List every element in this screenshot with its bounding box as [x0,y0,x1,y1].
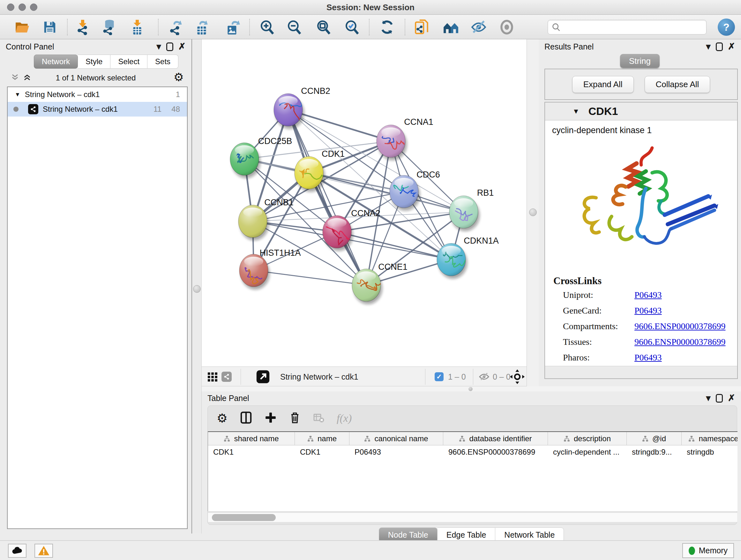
clone-network-icon[interactable] [413,18,431,36]
network-row-selected[interactable]: String Network – cdk1 11 48 [8,102,187,117]
panel-close-icon[interactable]: ✗ [728,42,735,51]
network-edge[interactable] [254,270,366,285]
tab-sets[interactable]: Sets [147,55,179,69]
zoom-selected-icon[interactable] [343,18,361,36]
splitter-handle[interactable] [529,208,537,216]
panel-float-icon[interactable] [716,394,723,402]
column-header-description[interactable]: description [548,432,627,445]
cloud-status-icon[interactable] [8,544,26,558]
refresh-layout-icon[interactable] [378,18,396,36]
open-in-window-icon[interactable] [256,367,270,387]
table-options-gear-icon[interactable]: ⚙ [217,411,227,425]
splitter-handle[interactable] [468,387,473,391]
cell--id[interactable]: stringdb:9... [627,445,682,459]
network-edge[interactable] [337,232,451,260]
gene-section-header[interactable]: ▼ CDK1 [545,103,737,120]
network-node-CCNE1[interactable] [352,269,382,304]
export-network-icon[interactable] [167,18,185,36]
column-header-shared-name[interactable]: shared name [208,432,295,445]
panel-float-icon[interactable] [716,43,723,51]
cell-namespace[interactable]: stringdb [682,445,738,459]
network-node-CDC6[interactable] [390,175,420,211]
cell-canonical-name[interactable]: P06493 [349,445,443,459]
panel-collapse-icon[interactable]: ▾ [706,394,711,402]
close-window-icon[interactable] [7,3,14,11]
grid-view-icon[interactable] [207,367,218,387]
cell-database-identifier[interactable]: 9606.ENSP00000378699 [443,445,548,459]
horizontal-splitter[interactable] [202,386,741,391]
network-node-HIST1H1A[interactable] [239,254,270,290]
network-node-CDC25B[interactable] [230,143,260,178]
zoom-in-icon[interactable] [258,18,276,36]
open-session-icon[interactable] [13,18,31,36]
zoom-out-icon[interactable] [285,18,303,36]
cell-shared-name[interactable]: CDK1 [208,445,295,459]
network-node-CDK1[interactable] [294,157,329,192]
panel-close-icon[interactable]: ✗ [179,42,186,51]
zoom-window-icon[interactable] [30,3,37,11]
memory-button[interactable]: Memory [682,543,734,558]
panel-float-icon[interactable] [166,43,173,51]
left-splitter[interactable] [192,39,202,534]
save-session-icon[interactable] [41,18,59,36]
zoom-fit-icon[interactable] [315,18,333,36]
tab-string[interactable]: String [620,54,660,68]
panel-collapse-icon[interactable]: ▾ [156,42,161,51]
minimize-window-icon[interactable] [18,3,26,11]
tab-network[interactable]: Network [34,55,78,69]
export-table-icon[interactable] [193,18,211,36]
crosslink-link-genecard-[interactable]: P06493 [634,306,662,316]
cell-description[interactable]: cyclin-dependent ... [548,445,627,459]
network-collection-row[interactable]: ▼ String Network – cdk1 1 [8,87,187,102]
gene-description: cyclin-dependent kinase 1 [552,125,737,135]
table-horizontal-scrollbar[interactable] [208,512,737,522]
move-crosshair-icon[interactable] [510,367,525,387]
network-node-CDKN1A[interactable] [437,243,467,279]
import-network-icon[interactable] [74,18,91,36]
search-input[interactable] [564,22,702,32]
column-header-namespace[interactable]: namespace [682,432,738,445]
export-image-icon[interactable] [224,18,242,36]
column-header-name[interactable]: name [295,432,349,445]
network-node-CCNA2[interactable] [323,215,353,251]
show-columns-icon[interactable] [240,411,253,425]
birdseye-view-icon[interactable] [221,367,236,387]
crosslink-link-tissues-[interactable]: 9606.ENSP00000378699 [634,337,725,347]
section-expander-icon[interactable]: ▼ [572,107,580,116]
hide-selected-icon[interactable] [470,18,488,36]
expand-all-button[interactable]: Expand All [572,76,634,93]
network-options-gear-icon[interactable]: ⚙ [174,71,184,84]
tab-style[interactable]: Style [78,55,111,69]
column-header-database-identifier[interactable]: database identifier [443,432,548,445]
network-graph[interactable]: CCNB2CCNA1CDC25BCDK1CDC6RB1CCNB1CCNA2CDK… [202,39,527,367]
delete-column-icon[interactable] [289,412,301,425]
network-node-CCNA1[interactable] [377,125,407,160]
panel-collapse-icon[interactable]: ▾ [706,42,711,51]
network-node-RB1[interactable] [449,196,480,231]
show-all-icon[interactable] [498,18,516,36]
column-header--id[interactable]: @id [627,432,682,445]
help-icon[interactable]: ? [718,18,735,36]
cell-name[interactable]: CDK1 [295,445,349,459]
crosslink-link-pharos-[interactable]: P06493 [634,353,662,363]
crosslink-link-uniprot-[interactable]: P06493 [634,290,662,300]
collapse-all-button[interactable]: Collapse All [645,76,711,93]
column-header-canonical-name[interactable]: canonical name [349,432,443,445]
panel-close-icon[interactable]: ✗ [728,394,735,402]
splitter-handle[interactable] [193,285,201,293]
network-canvas[interactable]: CCNB2CCNA1CDC25BCDK1CDC6RB1CCNB1CCNA2CDK… [202,39,527,367]
tree-expander-icon[interactable]: ▼ [15,91,20,98]
import-database-icon[interactable] [100,18,118,36]
network-edge[interactable] [288,110,366,285]
crosslink-link-compartments-[interactable]: 9606.ENSP00000378699 [634,321,725,331]
import-table-icon[interactable] [128,18,146,36]
warning-status-icon[interactable] [35,544,53,558]
tab-select[interactable]: Select [111,55,147,69]
create-column-icon[interactable] [265,412,277,425]
table-row[interactable]: CDK1CDK1P064939606.ENSP00000378699cyclin… [208,445,738,459]
selected-checkbox-icon[interactable]: ✓ [434,367,444,387]
network-node-CCNB2[interactable] [274,94,307,129]
right-splitter[interactable] [527,39,539,386]
scrollbar-thumb[interactable] [212,514,276,521]
first-neighbors-icon[interactable] [442,18,460,36]
